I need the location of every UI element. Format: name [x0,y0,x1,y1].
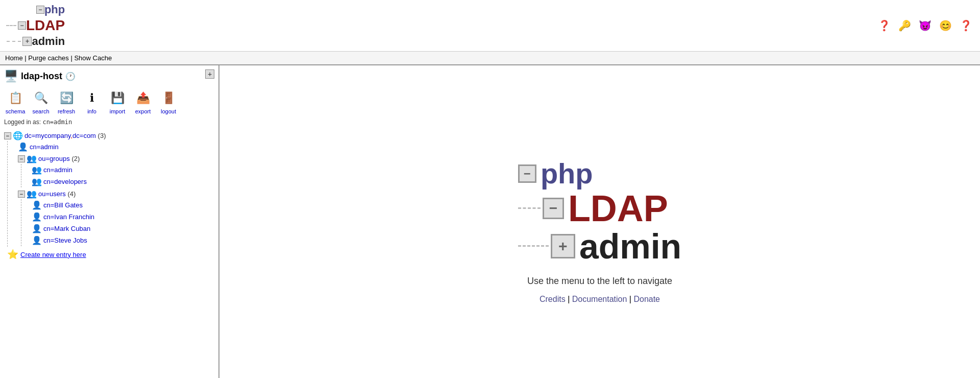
show-cache-link[interactable]: Show Cache [74,54,112,62]
server-icon: 🖥️ [4,69,18,83]
group-developers-node: 👥 cn=developers [32,176,214,187]
schema-label: schema [6,108,26,114]
logout-label: logout [161,108,176,114]
right-panel: − php − LDAP + admin Use the menu to the… [219,65,980,378]
key-icon[interactable]: 🔑 [896,17,913,34]
refresh-icon: 🔄 [56,88,77,108]
user-stevejobs-link[interactable]: cn=Steve Jobs [43,237,87,244]
user-icon-stevejobs: 👤 [32,235,42,245]
users-children: 👤 cn=Bill Gates 👤 c [21,199,214,246]
user-stevejobs-label: cn=Steve Jobs [43,237,87,244]
root-node[interactable]: − 🌐 dc=mycompany,dc=com (3) [4,130,214,141]
big-php-text: php [541,159,593,188]
group-folder-icon: 👥 [27,154,37,163]
purge-caches-link[interactable]: Purge caches [28,54,69,62]
home-link[interactable]: Home [5,54,23,62]
import-button[interactable]: 💾 import [106,88,129,114]
search-label: search [32,108,49,114]
user-markcuban-link[interactable]: cn=Mark Cuban [43,225,90,232]
cn-admin-item[interactable]: 👤 cn=admin [18,141,214,152]
user-icon-ivan: 👤 [32,212,42,222]
user-ivan-label: cn=Ivan Franchin [43,213,94,221]
ou-users-node: − 👥 ou=users (4) 👤 [18,188,214,247]
groups-collapse-ctrl[interactable]: − [18,155,25,162]
export-label: export [135,108,151,114]
export-button[interactable]: 📤 export [132,88,154,114]
user-billgates-label: cn=Bill Gates [43,201,83,209]
users-folder-icon: 👥 [27,189,37,199]
documentation-link[interactable]: Documentation [572,295,627,303]
group-admin-item[interactable]: 👥 cn=admin [32,164,214,175]
user-markcuban-node: 👤 cn=Mark Cuban [32,223,214,234]
star-icon: ⭐ [7,249,18,260]
root-collapse-ctrl[interactable]: − [4,132,11,139]
cn-admin-node: 👤 cn=admin [18,141,214,153]
ou-groups-node: − 👥 ou=groups (2) 👥 [18,153,214,188]
user-icon-admin: 👤 [18,142,28,152]
schema-icon: 📋 [5,88,26,108]
ou-users-label: ou=users (4) [38,190,76,198]
user-billgates-link[interactable]: cn=Bill Gates [43,201,83,209]
group-icon-admin: 👥 [32,165,42,175]
globe-icon: 🌐 [13,131,23,140]
header-icons: ❓ 🔑 😈 😊 ❓ [876,17,974,34]
user-billgates-item[interactable]: 👤 cn=Bill Gates [32,200,214,210]
group-admin-node: 👥 cn=admin [32,164,214,176]
toolbar: 📋 schema 🔍 search 🔄 refresh ℹ info 💾 imp… [4,88,214,114]
root-label: dc=mycompany,dc=com (3) [24,132,106,139]
donate-link[interactable]: Donate [633,295,660,303]
root-link[interactable]: dc=mycompany,dc=com [24,132,96,139]
ou-groups-item[interactable]: − 👥 ou=groups (2) [18,153,214,164]
user-ivan-item[interactable]: 👤 cn=Ivan Franchin [32,211,214,222]
new-entry-link[interactable]: Create new entry here [20,251,86,258]
user-icon-billgates: 👤 [32,200,42,210]
info-label: info [87,108,96,114]
search-button[interactable]: 🔍 search [30,88,52,114]
refresh-label: refresh [58,108,75,114]
logged-in-text: Logged in as: cn=admin [4,119,214,126]
group-developers-link[interactable]: cn=developers [43,178,87,185]
new-entry-button[interactable]: ⭐ Create new entry here [7,249,214,260]
group-developers-item[interactable]: 👥 cn=developers [32,176,214,187]
refresh-button[interactable]: 🔄 refresh [55,88,78,114]
big-minus2-box: − [543,198,564,219]
server-title: 🖥️ ldap-host 🕐 [4,69,214,83]
user-markcuban-label: cn=Mark Cuban [43,225,90,232]
header-minus-box: − [36,6,44,14]
smiley-icon[interactable]: 😊 [937,17,953,34]
info-icon: ℹ [82,88,102,108]
user-billgates-node: 👤 cn=Bill Gates [32,199,214,211]
big-admin-text: admin [579,229,681,264]
user-markcuban-item[interactable]: 👤 cn=Mark Cuban [32,223,214,234]
server-name: ldap-host [21,71,62,82]
schema-button[interactable]: 📋 schema [4,88,27,114]
expand-button[interactable]: + [205,69,214,79]
user-stevejobs-item[interactable]: 👤 cn=Steve Jobs [32,235,214,246]
logout-button[interactable]: 🚪 logout [157,88,180,114]
ou-users-link[interactable]: ou=users [38,190,66,198]
ou-groups-link[interactable]: ou=groups [38,155,70,162]
help-icon[interactable]: ❓ [876,17,892,34]
credits-link[interactable]: Credits [540,295,566,303]
cn-admin-link[interactable]: cn=admin [30,143,59,151]
devil-icon[interactable]: 😈 [917,17,933,34]
user-ivan-link[interactable]: cn=Ivan Franchin [43,213,94,221]
navbar: Home | Purge caches | Show Cache [0,52,980,65]
big-plus-box: + [551,234,575,258]
export-icon: 📤 [133,88,153,108]
ou-users-item[interactable]: − 👥 ou=users (4) [18,188,214,199]
info-button[interactable]: ℹ info [81,88,103,114]
users-collapse-ctrl[interactable]: − [18,191,25,198]
group-admin-link[interactable]: cn=admin [43,166,72,174]
header: − php − LDAP + admin ❓ 🔑 😈 😊 ❓ [0,0,980,52]
question-icon[interactable]: ❓ [958,17,974,34]
cn-admin-label: cn=admin [30,143,59,151]
header-minus2-box: − [18,21,26,30]
logo-area: − php − LDAP + admin [6,3,65,48]
ldap-tree: − 🌐 dc=mycompany,dc=com (3) 👤 cn=admin [4,130,214,261]
import-icon: 💾 [107,88,128,108]
user-stevejobs-node: 👤 cn=Steve Jobs [32,234,214,246]
group-icon-developers: 👥 [32,177,42,186]
group-admin-label: cn=admin [43,166,72,174]
clock-icon: 🕐 [65,72,76,81]
